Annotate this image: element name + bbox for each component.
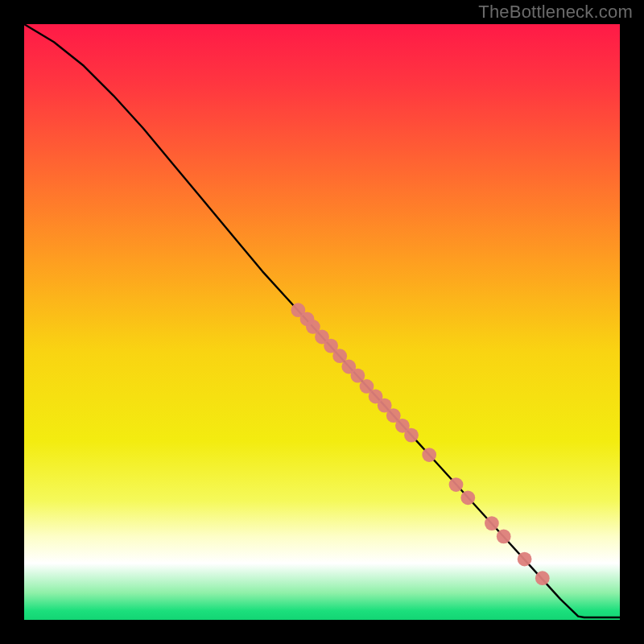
watermark-label: TheBottleneck.com bbox=[478, 2, 633, 23]
data-point bbox=[535, 571, 550, 585]
plot-background bbox=[24, 24, 620, 620]
data-point bbox=[422, 448, 436, 462]
data-point bbox=[518, 552, 532, 567]
data-point bbox=[449, 477, 464, 492]
data-point bbox=[460, 490, 475, 505]
gradient-plot bbox=[24, 24, 620, 620]
data-point bbox=[485, 516, 499, 530]
figure-frame: TheBottleneck.com bbox=[0, 0, 644, 644]
data-point bbox=[404, 428, 419, 443]
data-point bbox=[497, 530, 511, 544]
